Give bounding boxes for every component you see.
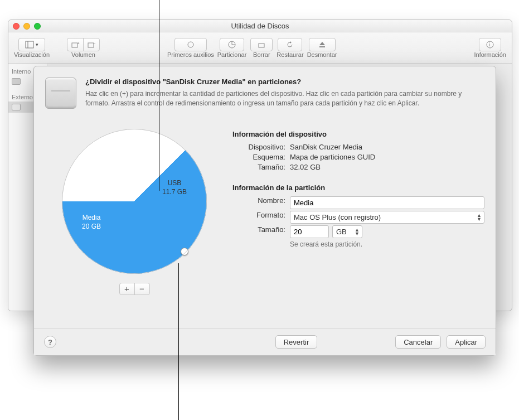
format-label: Formato:	[232, 211, 285, 224]
erase-button[interactable]	[250, 38, 273, 51]
minimize-icon[interactable]	[23, 23, 30, 30]
slice-label-usb[interactable]: USB 11.7 GB	[162, 179, 187, 196]
svg-text:+: +	[77, 41, 80, 46]
toolbar-firstaid-label: Primeros auxilios	[167, 51, 214, 58]
cancel-button[interactable]: Cancelar	[395, 335, 441, 349]
toolbar-view: ▾ Visualización	[14, 38, 50, 58]
partition-hint: Se creará esta partición.	[290, 240, 484, 248]
restore-button[interactable]	[278, 38, 302, 51]
svg-text:−: −	[93, 41, 96, 46]
window-title: Utilidad de Discos	[231, 22, 289, 30]
info-button[interactable]: i	[479, 38, 501, 51]
device-value: SanDisk Cruzer Media	[290, 143, 484, 151]
scheme-value: Mapa de particiones GUID	[290, 153, 484, 161]
volume-add-icon: +	[71, 40, 80, 49]
toolbar-volume: + − Volumen	[66, 38, 100, 58]
toolbar-partition-label: Particionar	[217, 51, 247, 58]
chevron-updown-icon: ▲▼	[477, 214, 482, 221]
device-label: Dispositivo:	[232, 143, 285, 151]
close-icon[interactable]	[13, 23, 20, 30]
restore-icon	[285, 40, 294, 49]
add-partition-button[interactable]: +	[119, 283, 135, 295]
size-unit-value: GB	[336, 228, 347, 236]
resize-handle[interactable]	[181, 248, 188, 255]
callout-line	[159, 0, 159, 191]
partition-button[interactable]	[220, 38, 244, 51]
firstaid-button[interactable]	[174, 38, 207, 51]
partition-size-input[interactable]	[290, 225, 329, 238]
harddrive-icon	[45, 78, 76, 109]
chevron-updown-icon: ▲▼	[355, 228, 360, 236]
help-button[interactable]: ?	[44, 336, 56, 348]
size-label: Tamaño:	[232, 225, 285, 238]
slice-size: 20 GB	[82, 223, 101, 231]
format-select[interactable]: Mac OS Plus (con registro) ▲▼	[290, 211, 484, 224]
volume-remove-icon: −	[87, 40, 96, 49]
partition-pie[interactable]: USB 11.7 GB Media 20 GB	[62, 129, 207, 274]
volume-remove-button[interactable]: −	[83, 38, 100, 51]
remove-partition-button[interactable]: −	[134, 283, 150, 295]
toolbar-unmount-label: Desmontar	[307, 51, 337, 58]
toolbar-erase-label: Borrar	[253, 51, 270, 58]
slice-size: 11.7 GB	[162, 188, 187, 197]
svg-rect-9	[319, 46, 325, 47]
svg-point-6	[188, 42, 193, 47]
svg-text:i: i	[489, 42, 491, 47]
total-size-label: Tamaño:	[232, 163, 285, 171]
eject-icon	[318, 40, 327, 49]
info-icon: i	[486, 40, 494, 49]
scheme-label: Esquema:	[232, 153, 285, 161]
disk-icon	[12, 78, 21, 85]
apply-button[interactable]: Aplicar	[447, 335, 486, 349]
titlebar[interactable]: Utilidad de Discos	[8, 20, 512, 32]
sidebar-icon	[25, 40, 34, 49]
svg-rect-0	[26, 41, 33, 48]
stethoscope-icon	[186, 40, 195, 49]
unmount-button[interactable]	[309, 38, 336, 51]
toolbar-restore-label: Restaurar	[277, 51, 303, 58]
callout-line	[178, 263, 179, 420]
svg-rect-8	[259, 44, 264, 47]
partition-name-input[interactable]	[290, 196, 484, 209]
toolbar: ▾ Visualización + − Volumen Primeros aux…	[8, 32, 512, 64]
fullscreen-icon[interactable]	[34, 23, 41, 30]
device-info-header: Información del dispositivo	[232, 130, 484, 138]
toolbar-volume-label: Volumen	[71, 51, 95, 58]
size-unit-select[interactable]: GB ▲▼	[332, 225, 362, 238]
pie-icon	[227, 40, 236, 49]
sheet-description: Haz clic en (+) para incrementar la cant…	[85, 89, 476, 109]
format-value: Mac OS Plus (con registro)	[294, 213, 381, 221]
slice-label-media[interactable]: Media 20 GB	[82, 214, 101, 231]
erase-icon	[257, 40, 266, 49]
disk-icon	[12, 104, 21, 110]
revert-button[interactable]: Revertir	[275, 335, 318, 349]
slice-name: USB	[162, 179, 187, 188]
volume-add-button[interactable]: +	[67, 38, 84, 51]
total-size-value: 32.02 GB	[290, 163, 484, 171]
sheet-title: ¿Dividir el dispositivo "SanDisk Cruzer …	[85, 78, 476, 86]
partition-info-header: Información de la partición	[232, 184, 484, 192]
partition-sheet: ¿Dividir el dispositivo "SanDisk Cruzer …	[33, 66, 496, 356]
toolbar-info-label: Información	[474, 51, 506, 58]
view-button[interactable]: ▾	[18, 38, 45, 51]
toolbar-view-label: Visualización	[14, 51, 50, 58]
name-label: Nombre:	[232, 196, 285, 209]
slice-name: Media	[82, 214, 101, 223]
